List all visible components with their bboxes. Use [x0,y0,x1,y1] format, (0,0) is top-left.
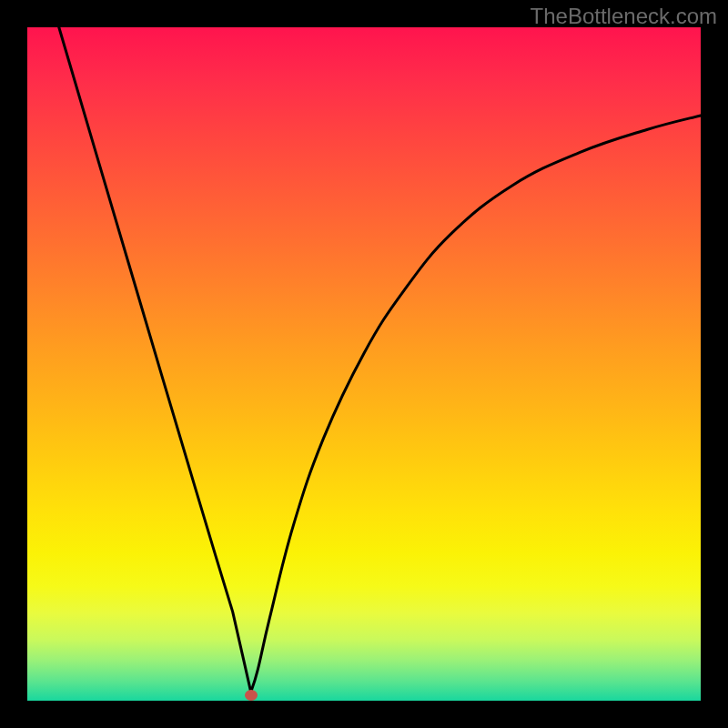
curve-path [59,27,701,692]
bottleneck-curve [27,27,701,701]
chart-stage: { "watermark": { "text": "TheBottleneck.… [0,0,728,728]
minimum-marker-dot [245,690,258,701]
watermark-text: TheBottleneck.com [531,4,717,29]
